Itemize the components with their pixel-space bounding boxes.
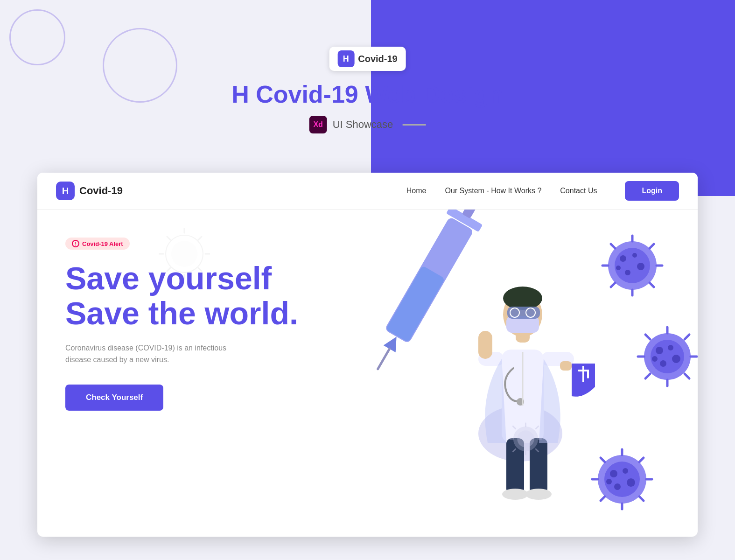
svg-point-42 — [610, 470, 617, 477]
hero-illustration — [343, 210, 698, 527]
svg-point-14 — [637, 263, 644, 270]
svg-point-75 — [502, 489, 528, 500]
pres-logo-icon: H — [337, 50, 354, 67]
svg-line-57 — [378, 349, 390, 369]
svg-line-24 — [611, 244, 615, 248]
svg-line-61 — [451, 271, 455, 274]
svg-rect-72 — [478, 331, 492, 359]
svg-point-13 — [632, 253, 637, 258]
svg-line-62 — [441, 287, 446, 290]
deco-circle-2 — [103, 28, 177, 103]
svg-point-44 — [627, 478, 635, 487]
hero-section: ! Covid-19 Alert Save yourself Save the … — [37, 210, 698, 527]
svg-line-7 — [167, 268, 170, 271]
svg-point-43 — [623, 468, 628, 474]
svg-point-76 — [525, 489, 552, 500]
svg-point-27 — [656, 347, 663, 354]
svg-line-50 — [639, 497, 644, 501]
svg-line-54 — [601, 458, 605, 462]
hero-description: Coronavirus disease (COVID-19) is an inf… — [65, 342, 252, 366]
pres-title: H Covid-19 Web Design — [231, 80, 504, 108]
svg-point-29 — [672, 355, 680, 363]
svg-line-9 — [167, 237, 170, 240]
svg-line-63 — [432, 303, 437, 306]
svg-line-52 — [601, 497, 605, 501]
deco-virus-bg-1 — [159, 228, 210, 280]
svg-point-12 — [620, 255, 626, 262]
alert-text: Covid-19 Alert — [82, 240, 123, 247]
svg-point-79 — [503, 287, 542, 310]
svg-line-60 — [460, 255, 465, 258]
xd-badge: Xd — [309, 116, 327, 133]
pres-line — [402, 124, 426, 126]
svg-point-31 — [652, 356, 658, 362]
svg-point-87 — [517, 430, 534, 447]
svg-line-22 — [611, 283, 615, 287]
svg-line-64 — [423, 320, 427, 322]
nav-logo: H Covid-19 — [56, 182, 123, 200]
svg-line-35 — [685, 374, 689, 378]
svg-line-33 — [685, 335, 689, 339]
svg-point-1 — [171, 241, 197, 267]
nav-item-system[interactable]: Our System - How It Works ? — [445, 187, 541, 195]
svg-point-45 — [614, 483, 621, 490]
svg-line-48 — [639, 458, 644, 462]
nav-logo-text: Covid-19 — [79, 185, 123, 197]
nav-logo-icon: H — [56, 182, 75, 200]
svg-point-16 — [616, 266, 621, 270]
svg-line-3 — [198, 237, 202, 240]
navbar: H Covid-19 Home Our System - How It Work… — [37, 173, 698, 210]
pres-subtitle: UI Showcase — [333, 119, 393, 131]
svg-line-20 — [650, 283, 654, 287]
svg-point-46 — [606, 479, 612, 484]
nav-links: Home Our System - How It Works ? Contact… — [406, 187, 597, 195]
svg-point-15 — [625, 270, 630, 275]
deco-circle-1 — [9, 9, 65, 65]
alert-icon: ! — [72, 240, 79, 247]
check-yourself-button[interactable]: Check Yourself — [65, 385, 163, 411]
svg-line-5 — [198, 268, 202, 271]
svg-point-28 — [668, 345, 673, 350]
pres-subtitle-row: Xd UI Showcase — [231, 116, 504, 133]
svg-line-18 — [650, 244, 654, 248]
svg-line-37 — [645, 374, 650, 378]
website-mockup: H Covid-19 Home Our System - How It Work… — [37, 173, 698, 537]
svg-point-11 — [615, 248, 650, 283]
svg-line-39 — [645, 335, 650, 339]
nav-item-home[interactable]: Home — [406, 187, 427, 195]
login-button[interactable]: Login — [625, 181, 679, 201]
presentation-card: H Covid-19 H Covid-19 Web Design Xd UI S… — [231, 47, 504, 133]
alert-badge: ! Covid-19 Alert — [65, 238, 130, 250]
pres-logo: H Covid-19 — [329, 47, 406, 71]
svg-point-30 — [660, 360, 666, 367]
svg-rect-70 — [560, 361, 572, 371]
pres-logo-text: Covid-19 — [358, 54, 397, 64]
nav-item-contact[interactable]: Contact Us — [560, 187, 597, 195]
